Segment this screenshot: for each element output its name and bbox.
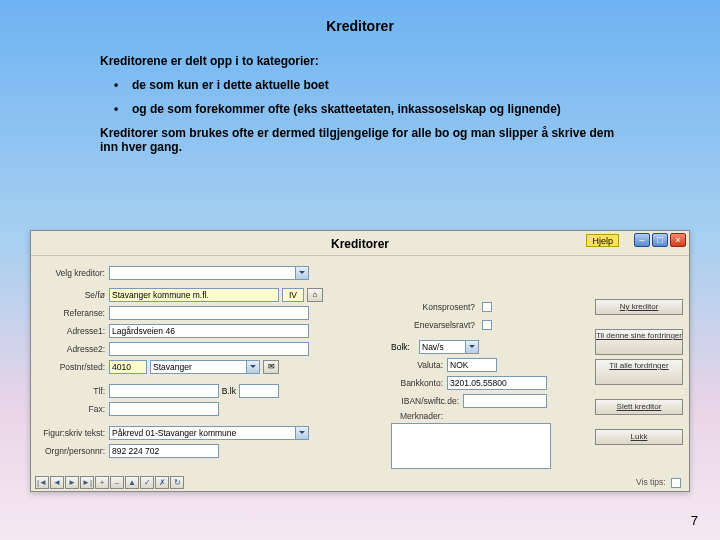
til-alle-button[interactable]: Til alle fordringer (595, 359, 683, 385)
bolk-label: B.lk (219, 386, 239, 396)
app-window: – □ × Hjelp Kreditorer Velg kreditor: Se… (30, 230, 690, 492)
lookup-button[interactable]: ⌂ (307, 288, 323, 302)
merknader-memo[interactable] (391, 423, 551, 469)
orgnr-label: Orgnr/personnr: (35, 446, 109, 456)
tlf-label: Tlf: (35, 386, 109, 396)
selfo-label: Se/fø (35, 290, 109, 300)
orgnr-field[interactable]: 892 224 702 (109, 444, 219, 458)
figur-combo[interactable]: Påkrevd 01-Stavanger kommune (109, 426, 309, 440)
bolk2-label: Bolk: (391, 342, 419, 352)
postnr-label: Postnr/sted: (35, 362, 109, 372)
titlebar-controls: – □ × (634, 233, 686, 247)
nav-prev[interactable]: ◄ (50, 476, 64, 489)
referanse-field[interactable] (109, 306, 309, 320)
tips-label: Vis tips: (636, 477, 666, 487)
bolk-field[interactable] (239, 384, 279, 398)
left-column: Se/fø Stavanger kommune m.fl. IV ⌂ Refer… (35, 287, 375, 461)
konspros-check[interactable] (482, 302, 492, 312)
bullet-1: de som kun er i dette aktuelle boet (114, 78, 620, 92)
tlf-field[interactable] (109, 384, 219, 398)
bankkonto-label: Bankkonto: (391, 378, 447, 388)
enevarsel-label: Enevarselsravt? (391, 320, 479, 330)
valuta-label: Valuta: (391, 360, 447, 370)
iban-field[interactable] (463, 394, 547, 408)
fax-label: Fax: (35, 404, 109, 414)
intro-line: Kreditorene er delt opp i to kategorier: (100, 54, 620, 68)
tips-check[interactable] (671, 478, 681, 488)
post-lookup-button[interactable]: ✉ (263, 360, 279, 374)
valuta-field[interactable]: NOK (447, 358, 497, 372)
page-number: 7 (691, 513, 698, 528)
nav-first[interactable]: |◄ (35, 476, 49, 489)
help-badge[interactable]: Hjelp (586, 234, 619, 247)
minimize-button[interactable]: – (634, 233, 650, 247)
closing-line: Kreditorer som brukes ofte er dermed til… (100, 126, 620, 154)
bolk-combo[interactable]: Nav/s (419, 340, 479, 354)
intro-block: Kreditorene er delt opp i to kategorier:… (100, 54, 620, 154)
nav-next[interactable]: ► (65, 476, 79, 489)
enevarsel-check[interactable] (482, 320, 492, 330)
velg-kreditor-combo[interactable] (109, 266, 309, 280)
adresse2-field[interactable] (109, 342, 309, 356)
nav-cancel[interactable]: ✗ (155, 476, 169, 489)
iban-label: IBAN/swiftc.de: (391, 396, 463, 406)
status-tips: Vis tips: (636, 477, 681, 488)
nav-del[interactable]: – (110, 476, 124, 489)
nav-last[interactable]: ►| (80, 476, 94, 489)
lukk-button[interactable]: Lukk (595, 429, 683, 445)
bullet-2: og de som forekommer ofte (eks skatteeta… (114, 102, 620, 116)
form-area: Velg kreditor: Se/fø Stavanger kommune m… (31, 257, 689, 473)
nav-refresh[interactable]: ↻ (170, 476, 184, 489)
postnr-field[interactable]: 4010 (109, 360, 147, 374)
mid-column: Konsprosent? Enevarselsravt? Bolk: Nav/s… (391, 299, 581, 469)
velg-label: Velg kreditor: (35, 268, 109, 278)
nav-edit[interactable]: ▲ (125, 476, 139, 489)
maximize-button[interactable]: □ (652, 233, 668, 247)
selfo-code[interactable]: IV (282, 288, 304, 302)
bankkonto-field[interactable]: 3201.05.55800 (447, 376, 547, 390)
postby-combo[interactable]: Stavanger (150, 360, 260, 374)
merknader-label: Merknader: (391, 411, 447, 421)
fax-field[interactable] (109, 402, 219, 416)
ny-kreditor-button[interactable]: Ny kreditor (595, 299, 683, 315)
close-button[interactable]: × (670, 233, 686, 247)
adresse1-label: Adresse1: (35, 326, 109, 336)
nav-add[interactable]: + (95, 476, 109, 489)
right-column: Ny kreditor Til denne sine fordringer Ti… (595, 299, 683, 449)
nav-ok[interactable]: ✓ (140, 476, 154, 489)
konspros-label: Konsprosent? (391, 302, 479, 312)
figur-label: Figur:skriv tekst: (35, 428, 109, 438)
adresse2-label: Adresse2: (35, 344, 109, 354)
slett-button[interactable]: Slett kreditor (595, 399, 683, 415)
referanse-label: Referanse: (35, 308, 109, 318)
selfo-field[interactable]: Stavanger kommune m.fl. (109, 288, 279, 302)
velg-kreditor-row: Velg kreditor: (35, 265, 309, 281)
til-denne-button[interactable]: Til denne sine fordringer (595, 329, 683, 355)
record-nav: |◄ ◄ ► ►| + – ▲ ✓ ✗ ↻ (35, 476, 184, 489)
slide-title: Kreditorer (0, 0, 720, 34)
adresse1-field[interactable]: Lagårdsveien 46 (109, 324, 309, 338)
